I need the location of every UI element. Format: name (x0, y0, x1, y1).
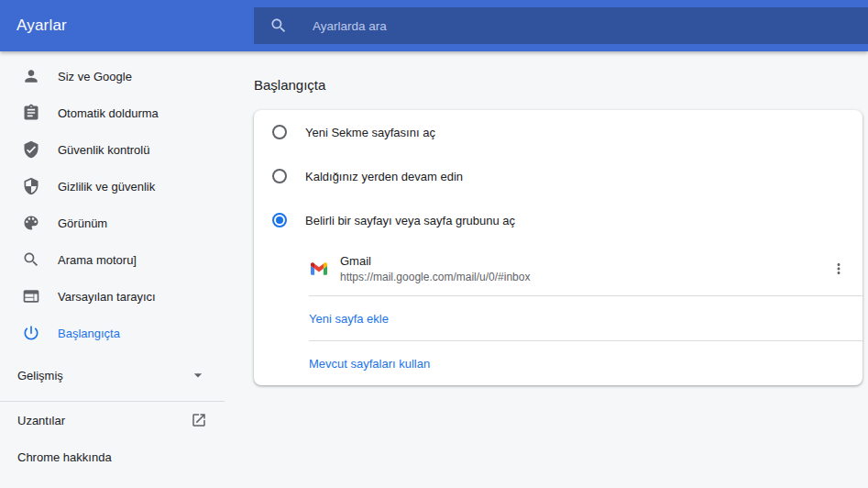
section-title: Başlangıçta (254, 77, 325, 94)
startup-option-specific-pages[interactable]: Belirli bir sayfayı veya sayfa grubunu a… (254, 198, 863, 242)
chevron-down-icon (189, 366, 207, 384)
use-current-pages-label: Mevcut sayfaları kullan (309, 357, 430, 371)
startup-page-menu-button[interactable] (824, 254, 853, 283)
kebab-menu-icon (830, 261, 847, 277)
startup-page-url: https://mail.google.com/mail/u/0/#inbox (340, 271, 530, 284)
sidebar-item-label: Başlangıçta (58, 327, 120, 340)
sidebar-item-default-browser[interactable]: Varsayılan tarayıcı (0, 278, 229, 315)
sidebar-item-autofill[interactable]: Otomatik doldurma (0, 94, 229, 131)
palette-icon (22, 214, 40, 232)
search-icon (22, 250, 40, 269)
gmail-icon (311, 261, 327, 277)
power-icon (22, 324, 40, 342)
sidebar-advanced-toggle[interactable]: Gelişmiş (0, 357, 229, 394)
sidebar-item-label: Siz ve Google (58, 70, 132, 83)
advanced-label: Gelişmiş (17, 369, 63, 383)
sidebar-item-label: Chrome hakkında (17, 450, 112, 464)
clipboard-icon (22, 104, 40, 122)
page-title: Ayarlar (16, 17, 67, 35)
sidebar-item-search-engine[interactable]: Arama motoru] (0, 241, 229, 278)
person-icon (22, 67, 40, 85)
sidebar-item-label: Otomatik doldurma (58, 106, 159, 120)
radio-button[interactable] (272, 125, 287, 139)
sidebar-item-privacy-security[interactable]: Gizlilik ve güvenlik (0, 168, 229, 205)
sidebar-item-on-startup[interactable]: Başlangıçta (0, 315, 229, 351)
sidebar-item-about-chrome[interactable]: Chrome hakkında (0, 438, 229, 475)
external-link-icon (191, 412, 207, 428)
startup-option-continue[interactable]: Kaldığınız yerden devam edin (254, 154, 863, 198)
browser-window-icon (22, 287, 40, 305)
sidebar-item-safety-check[interactable]: Güvenlik kontrolü (0, 131, 229, 168)
radio-label: Kaldığınız yerden devam edin (305, 170, 463, 183)
startup-option-new-tab[interactable]: Yeni Sekme sayfasını aç (254, 110, 863, 154)
radio-label: Yeni Sekme sayfasını aç (305, 126, 435, 139)
search-input[interactable] (311, 18, 677, 34)
radio-label: Belirli bir sayfayı veya sayfa grubunu a… (305, 214, 515, 227)
shield-icon (22, 177, 40, 195)
sidebar-item-label: Arama motoru] (58, 253, 137, 267)
sidebar-item-appearance[interactable]: Görünüm (0, 205, 229, 241)
shield-check-icon (22, 140, 40, 159)
add-new-page-button[interactable]: Yeni sayfa ekle (254, 296, 863, 340)
radio-button[interactable] (272, 169, 287, 183)
startup-page-row: Gmail https://mail.google.com/mail/u/0/#… (254, 242, 863, 295)
sidebar-item-label: Görünüm (58, 216, 107, 230)
startup-page-info: Gmail https://mail.google.com/mail/u/0/#… (340, 254, 530, 284)
radio-button-selected[interactable] (272, 213, 287, 227)
sidebar-item-label: Varsayılan tarayıcı (58, 290, 156, 304)
settings-search-bar[interactable] (254, 7, 868, 44)
settings-toolbar: Ayarlar (0, 0, 868, 51)
use-current-pages-button[interactable]: Mevcut sayfaları kullan (254, 341, 863, 385)
sidebar-item-label: Gizlilik ve güvenlik (58, 180, 155, 194)
sidebar-item-you-and-google[interactable]: Siz ve Google (0, 58, 229, 94)
sidebar-item-label: Güvenlik kontrolü (58, 143, 149, 157)
add-new-page-label: Yeni sayfa ekle (309, 312, 389, 326)
sidebar-item-label: Uzantılar (17, 414, 65, 427)
on-startup-card: Yeni Sekme sayfasını aç Kaldığınız yerde… (254, 110, 863, 385)
startup-page-name: Gmail (340, 254, 530, 269)
sidebar-item-extensions[interactable]: Uzantılar (0, 402, 229, 438)
settings-sidebar: Siz ve Google Otomatik doldurma Güvenlik… (0, 51, 229, 475)
search-icon (269, 17, 288, 35)
